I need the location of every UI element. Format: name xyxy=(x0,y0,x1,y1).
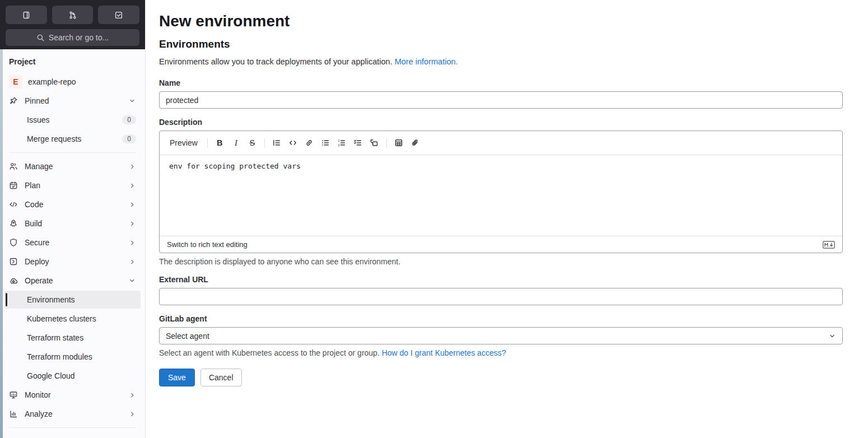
strikethrough-icon[interactable]: S xyxy=(244,135,260,151)
sidebar-item-label: Analyze xyxy=(25,409,129,418)
sidebar-item-label: Terraform modules xyxy=(27,352,136,361)
agent-select[interactable]: Select agent xyxy=(159,327,843,344)
environments-section-title: Environments xyxy=(159,38,843,50)
toolbar-divider xyxy=(386,138,387,148)
task-list-icon[interactable] xyxy=(350,135,366,151)
svg-text:2: 2 xyxy=(338,143,340,147)
sidebar-item-plan[interactable]: Plan xyxy=(4,176,141,194)
chevron-right-icon xyxy=(129,411,136,418)
project-name: example-repo xyxy=(28,77,136,86)
markdown-toolbar: Preview B I S 12 xyxy=(160,131,842,155)
chevron-right-icon xyxy=(129,392,136,399)
bulleted-list-icon[interactable] xyxy=(318,135,334,151)
deploy-icon xyxy=(9,257,18,266)
name-label: Name xyxy=(159,78,843,87)
sidebar-item-label: Operate xyxy=(25,276,128,285)
link-icon[interactable] xyxy=(301,135,318,151)
more-information-link[interactable]: More information. xyxy=(395,57,458,66)
sidebar-item-operate[interactable]: Operate xyxy=(4,272,141,290)
collapsible-section-icon[interactable] xyxy=(366,135,382,151)
attach-file-icon[interactable] xyxy=(407,135,423,151)
search-input[interactable]: Search or go to... xyxy=(6,29,139,46)
cloud-gear-icon xyxy=(9,276,18,285)
markdown-icon[interactable] xyxy=(823,241,835,249)
sidebar-item-deploy[interactable]: Deploy xyxy=(4,253,141,271)
project-section-label: Project xyxy=(0,49,145,72)
sidebar-item-label: Google Cloud xyxy=(27,371,136,380)
merge-requests-shortcut-button[interactable] xyxy=(52,6,94,24)
sidebar-divider xyxy=(9,152,136,153)
external-url-input[interactable] xyxy=(159,288,843,305)
toolbar-divider xyxy=(264,138,265,148)
sidebar-item-issues[interactable]: Issues 0 xyxy=(4,111,141,129)
chevron-down-icon xyxy=(828,332,836,340)
merge-request-icon xyxy=(68,11,77,20)
table-icon[interactable] xyxy=(391,135,407,151)
pin-icon xyxy=(9,96,18,105)
code-icon[interactable] xyxy=(285,135,301,151)
chevron-right-icon xyxy=(129,220,136,227)
description-help-text: The description is displayed to anyone w… xyxy=(159,257,843,266)
chevron-right-icon xyxy=(129,182,136,189)
cancel-button[interactable]: Cancel xyxy=(200,369,242,386)
description-label: Description xyxy=(159,118,843,127)
sidebar-item-label: Secure xyxy=(25,238,129,247)
rocket-icon xyxy=(9,219,18,228)
todo-list-shortcut-button[interactable] xyxy=(98,6,139,24)
code-icon xyxy=(9,200,18,209)
chevron-right-icon xyxy=(129,239,136,246)
kubernetes-access-link[interactable]: How do I grant Kubernetes access? xyxy=(382,348,506,357)
sidebar-item-label: Pinned xyxy=(25,96,128,105)
sidebar-item-project[interactable]: E example-repo xyxy=(4,73,141,91)
numbered-list-icon[interactable]: 12 xyxy=(334,135,350,151)
sidebar-item-label: Terraform states xyxy=(27,333,136,342)
sidebar-item-google-cloud[interactable]: Google Cloud xyxy=(4,367,141,385)
name-input[interactable] xyxy=(159,91,843,109)
issues-icon xyxy=(22,11,31,20)
external-url-label: External URL xyxy=(159,275,843,284)
sidebar-item-secure[interactable]: Secure xyxy=(4,234,141,251)
sidebar-item-terraform-states[interactable]: Terraform states xyxy=(4,329,141,347)
users-icon xyxy=(9,162,18,171)
sidebar: Search or go to... Project E example-rep… xyxy=(0,0,146,438)
agent-help-text: Select an agent with Kubernetes access t… xyxy=(159,348,843,357)
issues-count-badge: 0 xyxy=(122,115,136,124)
sidebar-item-analyze[interactable]: Analyze xyxy=(4,405,141,423)
sidebar-item-manage[interactable]: Manage xyxy=(4,157,141,175)
window-edge-strip xyxy=(0,49,3,438)
chevron-right-icon xyxy=(129,201,136,208)
description-textarea[interactable]: env for scoping protected vars xyxy=(160,155,842,236)
issues-shortcut-button[interactable] xyxy=(6,6,47,24)
sidebar-item-environments[interactable]: Environments xyxy=(4,291,141,309)
sidebar-item-kubernetes-clusters[interactable]: Kubernetes clusters xyxy=(4,310,141,328)
form-actions: Save Cancel xyxy=(159,369,843,386)
preview-button[interactable]: Preview xyxy=(165,138,203,147)
agent-help-plain: Select an agent with Kubernetes access t… xyxy=(159,348,380,357)
merge-requests-count-badge: 0 xyxy=(122,134,136,143)
bold-icon[interactable]: B xyxy=(212,135,228,151)
sidebar-item-label: Issues xyxy=(27,115,122,124)
sidebar-item-terraform-modules[interactable]: Terraform modules xyxy=(4,348,141,366)
sidebar-item-label: Plan xyxy=(25,181,129,190)
italic-icon[interactable]: I xyxy=(228,135,244,151)
heading-icon[interactable] xyxy=(269,135,285,151)
sidebar-item-merge-requests[interactable]: Merge requests 0 xyxy=(4,130,141,148)
description-editor: Preview B I S 12 xyxy=(159,131,843,253)
save-button[interactable]: Save xyxy=(159,369,195,386)
sidebar-item-label: Build xyxy=(25,219,129,228)
sidebar-item-label: Kubernetes clusters xyxy=(27,314,136,323)
page-title: New environment xyxy=(159,12,843,30)
sidebar-item-label: Merge requests xyxy=(27,134,122,143)
toolbar-divider xyxy=(207,138,208,148)
sidebar-item-monitor[interactable]: Monitor xyxy=(4,386,141,404)
chevron-down-icon xyxy=(128,277,136,285)
search-placeholder: Search or go to... xyxy=(49,33,109,42)
sidebar-item-code[interactable]: Code xyxy=(4,195,141,213)
sidebar-item-label: Environments xyxy=(27,295,136,304)
sidebar-item-build[interactable]: Build xyxy=(4,215,141,232)
sidebar-item-pinned[interactable]: Pinned xyxy=(4,92,141,110)
todo-checkbox-icon xyxy=(114,11,123,20)
agent-select-value: Select agent xyxy=(166,332,209,341)
sidebar-item-label: Manage xyxy=(25,162,129,171)
switch-rich-text-button[interactable]: Switch to rich text editing xyxy=(167,240,248,249)
